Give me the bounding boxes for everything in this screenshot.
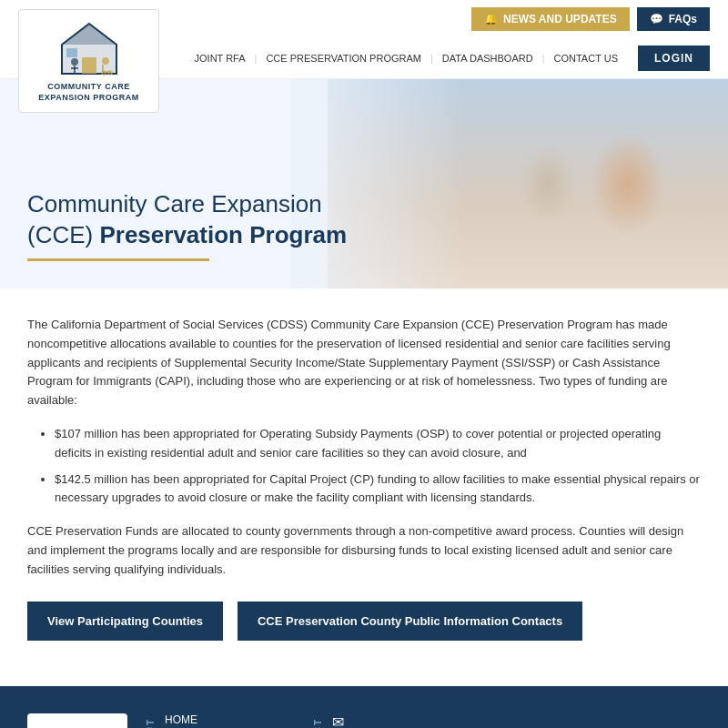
footer-contact-label: CONTACT xyxy=(313,718,323,728)
news-icon: 🔔 xyxy=(484,13,498,25)
bullet-item-1: $107 million has been appropriated for O… xyxy=(55,425,701,463)
body-paragraph-2: CCE Preservation Funds are allocated to … xyxy=(27,522,701,579)
svg-point-5 xyxy=(71,58,78,66)
svg-point-8 xyxy=(102,57,109,65)
hero-content: Community Care Expansion (CCE) Preservat… xyxy=(27,189,373,261)
footer-links: HOME NEWS AND UPDATES xyxy=(165,713,277,728)
nav-links: JOINT RFA | CCE PRESERVATION PROGRAM | D… xyxy=(186,53,627,64)
hero-underline xyxy=(27,258,209,261)
hero-title-bold: Preservation Program xyxy=(99,221,347,248)
county-public-contacts-button[interactable]: CCE Preservation County Public Informati… xyxy=(238,602,582,641)
envelope-icon: ✉ xyxy=(332,713,461,728)
footer-contact-info: ✉ Email: support@cceprogram.com xyxy=(332,713,461,728)
footer: ABOUT HOME NEWS AND UPDATES CONTACT ✉ Em… xyxy=(0,686,728,728)
footer-link-home[interactable]: HOME xyxy=(165,713,277,726)
login-button[interactable]: LOGIN xyxy=(638,46,710,71)
svg-rect-4 xyxy=(66,48,77,57)
logo-container: COMMUNITY CARE EXPANSION PROGRAM xyxy=(18,9,159,113)
nav-data-dashboard[interactable]: DATA DASHBOARD xyxy=(433,53,542,64)
nav-cce-preservation[interactable]: CCE PRESERVATION PROGRAM xyxy=(257,53,430,64)
nav-contact-us[interactable]: CONTACT US xyxy=(545,53,628,64)
footer-contact-section: CONTACT ✉ Email: support@cceprogram.com xyxy=(313,713,461,728)
logo-text: COMMUNITY CARE EXPANSION PROGRAM xyxy=(28,82,149,103)
footer-about-label: ABOUT xyxy=(146,718,156,728)
nav-joint-rfa[interactable]: JOINT RFA xyxy=(186,53,255,64)
svg-marker-1 xyxy=(62,24,116,45)
svg-rect-3 xyxy=(82,57,96,74)
bullet-item-2: $142.5 million has been appropriated for… xyxy=(55,470,701,509)
news-updates-button[interactable]: 🔔 NEWS AND UPDATES xyxy=(471,7,630,31)
hero-title: Community Care Expansion (CCE) Preservat… xyxy=(27,189,373,251)
main-content: The California Department of Social Serv… xyxy=(0,288,728,668)
faq-button[interactable]: 💬 FAQs xyxy=(637,7,710,31)
view-participating-counties-button[interactable]: View Participating Counties xyxy=(27,602,223,641)
body-paragraph-1: The California Department of Social Serv… xyxy=(27,316,701,410)
footer-about-section: ABOUT HOME NEWS AND UPDATES xyxy=(146,713,277,728)
bullet-list: $107 million has been appropriated for O… xyxy=(55,425,701,508)
faq-icon: 💬 xyxy=(650,13,663,25)
footer-logo xyxy=(27,713,127,728)
cta-buttons: View Participating Counties CCE Preserva… xyxy=(27,602,701,641)
